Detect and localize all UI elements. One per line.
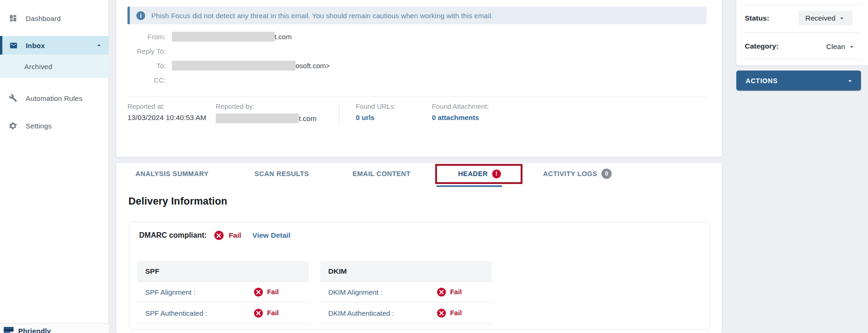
to-value: osoft.com> xyxy=(172,61,330,71)
banner-text: Phish Focus did not detect any threat in… xyxy=(151,12,493,20)
fail-x-icon xyxy=(254,309,263,318)
status-cell: Fail xyxy=(254,288,279,297)
brand-flag-icon xyxy=(4,327,14,333)
found-attachment-column: Found Attachment: 0 attachments xyxy=(432,103,489,121)
sidebar-item-dashboard[interactable]: Dashboard xyxy=(0,11,109,26)
actions-button-label: ACTIONS xyxy=(746,77,778,85)
status-text: Fail xyxy=(450,288,462,296)
sidebar-footer: Phriendly xyxy=(0,323,109,333)
category-value: Clean xyxy=(826,43,846,51)
info-banner: i Phish Focus did not detect any threat … xyxy=(127,7,706,24)
cc-label: CC: xyxy=(116,76,166,84)
spf-authenticated-label: SPF Authenticated : xyxy=(145,309,207,317)
status-dropdown[interactable]: Received xyxy=(798,11,853,25)
divider xyxy=(744,32,861,33)
tab-label: SCAN RESULTS xyxy=(254,170,309,177)
divider xyxy=(127,97,706,97)
status-value: Received xyxy=(805,14,836,22)
email-detail-card: i Phish Focus did not detect any threat … xyxy=(116,0,722,157)
table-row: SPF Authenticated : Fail xyxy=(137,303,309,324)
reported-by-suffix: t.com xyxy=(299,114,317,123)
sidebar-item-archived[interactable]: Archived xyxy=(0,55,109,78)
from-value: t.com xyxy=(172,32,292,42)
divider xyxy=(744,59,861,60)
envelope-icon xyxy=(9,41,18,50)
to-label: To: xyxy=(116,62,166,70)
chevron-down-icon xyxy=(846,77,854,85)
tab-label: ACTIVITY LOGS xyxy=(543,170,597,177)
view-detail-link[interactable]: View Detail xyxy=(253,231,291,240)
category-dropdown[interactable]: Clean xyxy=(811,41,855,53)
tab-analysis-summary[interactable]: ANALYSIS SUMMARY xyxy=(135,163,209,184)
fail-x-icon xyxy=(254,288,263,297)
chevron-up-icon xyxy=(95,41,103,50)
dkim-table-header: DKIM xyxy=(320,261,492,282)
reported-by-column: Reported by: t.com xyxy=(216,103,317,123)
sidebar-item-label: Dashboard xyxy=(26,14,61,22)
from-suffix: t.com xyxy=(275,33,292,41)
dkim-alignment-label: DKIM Alignment : xyxy=(328,288,382,296)
found-attachment-label: Found Attachment: xyxy=(432,103,489,110)
sidebar-item-label: Archived xyxy=(24,63,52,71)
sidebar-item-label: Inbox xyxy=(26,42,45,50)
tab-activity-logs[interactable]: ACTIVITY LOGS 0 xyxy=(543,163,612,184)
from-label: From: xyxy=(116,33,166,41)
spf-table: SPF SPF Alignment : Fail SPF Authenticat… xyxy=(137,261,309,324)
status-label: Status: xyxy=(745,14,769,22)
status-cell: Fail xyxy=(254,309,279,318)
sidebar-item-label: Settings xyxy=(26,122,52,130)
analysis-tabs-card: ANALYSIS SUMMARY SCAN RESULTS EMAIL CONT… xyxy=(116,163,722,333)
phish-focus-email-detail-page: Dashboard Inbox Archived Automation Rule… xyxy=(0,0,868,333)
table-row: SPF Alignment : Fail xyxy=(137,282,309,303)
found-attachment-value: 0 attachments xyxy=(432,113,489,121)
status-text: Fail xyxy=(267,309,279,317)
reported-by-label: Reported by: xyxy=(216,103,317,110)
sidebar-item-settings[interactable]: Settings xyxy=(0,118,109,133)
found-urls-value: 0 urls xyxy=(356,113,395,121)
redacted-reporter-address xyxy=(216,113,299,123)
dmarc-label: DMARC compliant: xyxy=(139,231,207,240)
found-urls-column: Found URLs: 0 urls xyxy=(356,103,395,121)
chevron-down-icon xyxy=(848,43,855,50)
brand-name: Phriendly xyxy=(18,327,51,333)
count-badge: 0 xyxy=(601,169,612,179)
status-text: Fail xyxy=(450,309,462,317)
redacted-from-address xyxy=(172,32,275,42)
vertical-divider xyxy=(339,104,339,123)
delivery-information-card: DMARC compliant: Fail View Detail SPF SP… xyxy=(129,222,710,330)
sidebar-item-automation-rules[interactable]: Automation Rules xyxy=(0,91,109,106)
info-icon: i xyxy=(136,11,145,20)
active-tab-indicator xyxy=(437,185,502,187)
reported-at-value: 13/03/2024 10:40:53 AM xyxy=(127,113,206,122)
tab-label: ANALYSIS SUMMARY xyxy=(135,170,209,177)
sidebar-item-inbox[interactable]: Inbox xyxy=(0,36,109,55)
tab-scan-results[interactable]: SCAN RESULTS xyxy=(254,163,309,184)
chevron-down-icon xyxy=(838,14,846,22)
status-panel: Status: Received Category: Clean xyxy=(736,0,868,65)
gear-icon xyxy=(9,121,17,130)
actions-button[interactable]: ACTIONS xyxy=(736,71,861,91)
dashboard-grid-icon xyxy=(9,14,17,22)
sidebar: Dashboard Inbox Archived Automation Rule… xyxy=(0,0,109,333)
dkim-table: DKIM DKIM Alignment : Fail DKIM Authenti… xyxy=(320,261,492,324)
reported-by-value: t.com xyxy=(216,113,317,123)
status-cell: Fail xyxy=(437,309,462,318)
reported-at-column: Reported at: 13/03/2024 10:40:53 AM xyxy=(127,103,206,122)
reply-to-label: Reply To: xyxy=(116,47,166,55)
dmarc-row: DMARC compliant: Fail View Detail xyxy=(139,231,290,240)
sidebar-item-label: Automation Rules xyxy=(26,94,83,102)
spf-table-header: SPF xyxy=(137,261,309,282)
to-suffix: osoft.com> xyxy=(296,62,330,70)
category-label: Category: xyxy=(745,42,778,50)
redacted-to-address xyxy=(172,61,296,71)
section-heading: Delivery Information xyxy=(128,196,227,207)
annotation-highlight-box xyxy=(435,164,522,184)
spf-alignment-label: SPF Alignment : xyxy=(145,288,196,296)
fail-x-icon xyxy=(437,309,446,318)
wrench-icon xyxy=(9,94,17,102)
dkim-authenticated-label: DKIM Authenticated : xyxy=(328,309,394,317)
table-row: DKIM Alignment : Fail xyxy=(320,282,492,303)
fail-x-icon xyxy=(437,288,446,297)
tab-email-content[interactable]: EMAIL CONTENT xyxy=(353,163,410,184)
reported-at-label: Reported at: xyxy=(127,103,206,110)
